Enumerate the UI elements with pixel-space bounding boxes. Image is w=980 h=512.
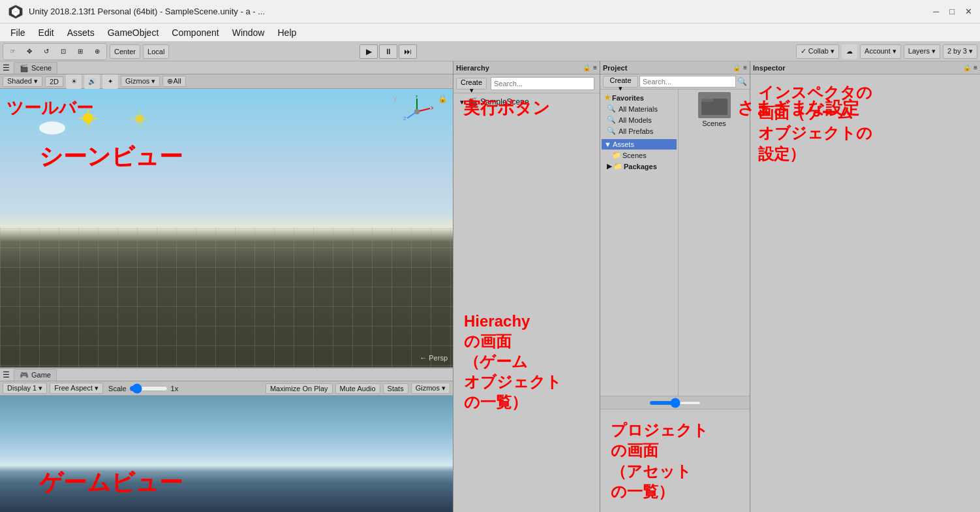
menu-gameobject[interactable]: GameObject — [102, 26, 164, 39]
layout-button[interactable]: 2 by 3 ▾ — [943, 44, 977, 59]
menu-assets[interactable]: Assets — [62, 26, 100, 39]
scale-tool-button[interactable]: ⊡ — [55, 44, 71, 59]
svg-rect-25 — [701, 99, 713, 102]
project-bottom-bar — [600, 396, 750, 409]
pivot-button[interactable]: Center — [110, 44, 140, 59]
maximize-button[interactable]: Maximize On Play — [266, 383, 333, 394]
shaded-label: Shaded — [7, 77, 32, 85]
hierarchy-lock-icon[interactable]: 🔒 — [583, 64, 590, 71]
layers-button[interactable]: Layers ▾ — [904, 44, 940, 59]
aspect-button[interactable]: Free Aspect ▾ — [50, 383, 103, 394]
favorites-materials[interactable]: 🔍 All Materials — [602, 103, 677, 114]
inspector-lock-icon[interactable]: 🔒 — [963, 64, 971, 71]
project-lock-icon[interactable]: 🔒 — [733, 64, 741, 71]
scene-lock-icon[interactable]: 🔒 — [438, 94, 448, 103]
transform-tool-button[interactable]: ⊕ — [89, 44, 105, 59]
title-bar: Unity 2018.2.13f1 Personal (64bit) - Sam… — [0, 0, 980, 24]
project-size-slider[interactable] — [649, 401, 701, 405]
scenes-label: Scenes — [622, 152, 647, 159]
scene-audio-button[interactable]: 🔊 — [84, 74, 100, 89]
layout-label: 2 by 3 ▾ — [947, 47, 973, 56]
move-tool-button[interactable]: ✥ — [22, 44, 37, 59]
collab-button[interactable]: ✓ Collab ▾ — [796, 44, 839, 59]
inspector-content: インスペクタの画面（ゲームオブジェクトの設定） — [750, 74, 980, 512]
game-tab[interactable]: 🎮 Game — [14, 369, 57, 381]
hierarchy-samplescene[interactable]: ▼ 🎬 SampleScene — [456, 96, 597, 108]
menu-file[interactable]: File — [5, 26, 31, 39]
assets-root-item[interactable]: ▼ Assets — [602, 139, 677, 150]
hand-tool-button[interactable]: ☞ — [5, 44, 20, 59]
hierarchy-title: Hierarchy — [456, 64, 489, 72]
packages-expand-icon: ▶ — [607, 162, 612, 170]
scene-fx-button[interactable]: ✦ — [102, 74, 118, 89]
account-button[interactable]: Account ▾ — [860, 44, 901, 59]
project-annotation: プロジェクトの画面（アセットの一覧） — [605, 415, 744, 507]
window-controls[interactable]: ─ □ ✕ — [933, 7, 972, 16]
aspect-label: Free Aspect ▾ — [54, 384, 99, 392]
shaded-button[interactable]: Shaded ▾ — [3, 76, 42, 87]
scene-tab[interactable]: 🎬 Scene — [14, 62, 57, 74]
layers-label: Layers ▾ — [908, 47, 936, 56]
hierarchy-header-icons: 🔒 ≡ — [583, 64, 597, 71]
game-gizmos-button[interactable]: Gizmos ▾ — [411, 383, 450, 394]
svg-text:Y: Y — [415, 95, 419, 99]
project-create-button[interactable]: Create ▾ — [603, 76, 638, 88]
pause-button[interactable]: ⏸ — [379, 44, 397, 59]
mute-button[interactable]: Mute Audio — [335, 383, 380, 394]
menu-component[interactable]: Component — [166, 26, 224, 39]
play-button[interactable]: ▶ — [360, 44, 378, 59]
favorites-star-icon: ★ — [604, 93, 611, 102]
hierarchy-menu-icon[interactable]: ≡ — [593, 64, 597, 71]
minimize-button[interactable]: ─ — [933, 7, 939, 16]
scenes-folder-asset[interactable]: Scenes — [698, 92, 731, 127]
assets-scenes-item[interactable]: 📁 Scenes — [602, 150, 677, 161]
project-menu-icon[interactable]: ≡ — [743, 64, 747, 71]
favorites-prefabs[interactable]: 🔍 All Prefabs — [602, 125, 677, 136]
favorites-models[interactable]: 🔍 All Models — [602, 114, 677, 125]
project-panel-header: Project 🔒 ≡ — [600, 61, 750, 74]
project-search[interactable] — [639, 76, 736, 88]
global-button[interactable]: Local — [143, 44, 169, 59]
scene-light-button[interactable]: ☀ — [66, 74, 82, 89]
persp-label: ← Persp — [420, 354, 448, 362]
project-search-icon[interactable]: 🔍 — [737, 77, 747, 86]
scene-content[interactable]: X Y Z Y ← Persp 🔒 シーンビュー — [0, 89, 453, 367]
inspector-header-icons: 🔒 ≡ — [963, 64, 977, 71]
step-button[interactable]: ⏭ — [399, 44, 417, 59]
models-search-icon: 🔍 — [607, 116, 616, 124]
all-button[interactable]: ⊕All — [162, 76, 185, 87]
menu-edit[interactable]: Edit — [33, 26, 59, 39]
transform-tools-group: ☞ ✥ ↺ ⊡ ⊞ ⊕ — [3, 43, 107, 60]
menu-help[interactable]: Help — [272, 26, 301, 39]
game-tab-label: Game — [31, 371, 51, 379]
hierarchy-toolbar: Create ▾ — [453, 74, 600, 93]
cloud-button[interactable]: ☁ — [842, 44, 857, 59]
project-panel: Project 🔒 ≡ Create ▾ 🔍 ★ Favorites 🔍 — [600, 61, 750, 512]
scene-tab-icon: 🎬 — [20, 64, 29, 72]
assets-packages-item[interactable]: ▶ 📁 Packages — [602, 161, 677, 172]
scenes-folder-label: Scenes — [702, 120, 726, 127]
inspector-title: Inspector — [753, 64, 786, 72]
close-button[interactable]: ✕ — [965, 7, 972, 16]
display-button[interactable]: Display 1 ▾ — [3, 383, 47, 394]
hierarchy-search[interactable] — [491, 77, 594, 90]
scale-label: Scale — [108, 385, 127, 392]
game-content[interactable]: ゲームビュー — [0, 396, 453, 512]
project-annotation-area: プロジェクトの画面（アセットの一覧） — [600, 409, 750, 512]
menu-window[interactable]: Window — [227, 26, 270, 39]
hierarchy-create-button[interactable]: Create ▾ — [456, 78, 487, 89]
hierarchy-scene-expand-icon: ▼ — [459, 99, 465, 106]
2d-button[interactable]: 2D — [45, 76, 63, 87]
project-header-icons: 🔒 ≡ — [733, 64, 747, 71]
project-toolbar: Create ▾ 🔍 — [600, 74, 750, 89]
svg-point-7 — [83, 113, 93, 123]
stats-button[interactable]: Stats — [383, 383, 408, 394]
scale-slider[interactable] — [129, 386, 168, 391]
gizmos-button[interactable]: Gizmos ▾ — [121, 76, 160, 87]
inspector-menu-icon[interactable]: ≡ — [973, 64, 977, 71]
rotate-tool-button[interactable]: ↺ — [38, 44, 54, 59]
rect-tool-button[interactable]: ⊞ — [72, 44, 88, 59]
hierarchy-scene-label: SampleScene — [480, 97, 529, 106]
maximize-button[interactable]: □ — [949, 7, 955, 16]
assets-tree: ▼ Assets 📁 Scenes ▶ 📁 Packages — [602, 139, 677, 172]
